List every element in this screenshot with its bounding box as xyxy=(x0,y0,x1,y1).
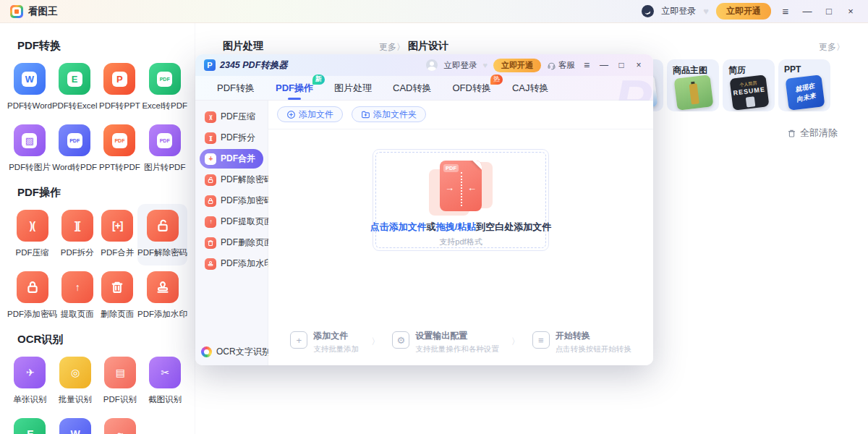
tool-image-to-pdf[interactable]: PDF 图片转PDF xyxy=(142,119,187,180)
tool-delete-pages[interactable]: 删除页面 xyxy=(98,265,138,327)
avatar-icon[interactable] xyxy=(642,5,654,17)
card-thumbnail: 个人简历 RESUME xyxy=(730,75,770,111)
menu-icon[interactable]: ≡ xyxy=(778,5,793,17)
dialog-minimize-icon[interactable]: — xyxy=(598,60,610,70)
nav-pdf-encrypt[interactable]: PDF添加密码 xyxy=(200,191,263,210)
dialog-content: 添加文件 添加文件夹 PDF → xyxy=(268,101,653,365)
close-icon[interactable]: × xyxy=(843,6,858,17)
tool-pdf-unlock[interactable]: PDF解除密码 xyxy=(137,204,187,265)
tool-image-to-word[interactable]: W 图片转Word xyxy=(53,412,98,434)
nav-ocr-text-recognition[interactable]: OCR文字识别 xyxy=(201,346,271,358)
dialog-menu-icon[interactable]: ≡ xyxy=(581,59,592,71)
pdf-to-word-icon: W xyxy=(14,63,46,95)
tool-pdf-to-ppt[interactable]: P PDF转PPT xyxy=(98,57,142,119)
tool-pdf-merge[interactable]: [+] PDF合并 xyxy=(98,204,138,265)
tab-ofd-convert[interactable]: OFD转换热 xyxy=(452,82,490,95)
tool-pdf-split[interactable]: ][ PDF拆分 xyxy=(57,204,98,265)
scissors-icon: ✂ xyxy=(149,357,181,388)
maximize-icon[interactable]: □ xyxy=(822,6,836,17)
tool-pdf-to-image[interactable]: ▨ PDF转图片 xyxy=(7,119,52,180)
image-to-excel-icon: E xyxy=(14,418,46,434)
folder-plus-icon xyxy=(361,110,370,119)
dialog-login-link[interactable]: 立即登录 xyxy=(443,60,477,71)
nav-pdf-merge[interactable]: + PDF合并 xyxy=(200,149,263,169)
ocr-icon xyxy=(201,346,212,357)
tool-pdf-watermark[interactable]: PDF添加水印 xyxy=(137,265,187,327)
design-card-resume[interactable]: 简历 个人简历 RESUME xyxy=(723,59,775,111)
more-link-image-processing[interactable]: 更多〉 xyxy=(379,41,405,54)
dialog-maximize-icon[interactable]: □ xyxy=(616,60,627,70)
dialog-logo-icon: P xyxy=(204,59,216,71)
tool-excel-to-pdf[interactable]: PDF Excel转PDF xyxy=(142,57,187,119)
dialog-upgrade-button[interactable]: 立即开通 xyxy=(493,59,541,72)
tool-image-to-excel[interactable]: E 图片转Excel xyxy=(7,412,53,434)
pdf-to-ppt-icon: P xyxy=(103,63,135,95)
batch-ocr-icon: ◎ xyxy=(59,357,91,388)
tool-image-to-pdf-ocr[interactable]: ~ 图片转PDF xyxy=(98,412,142,434)
tool-screenshot-ocr[interactable]: ✂ 截图识别 xyxy=(142,351,187,412)
stamp-icon xyxy=(205,258,216,270)
tab-caj-convert[interactable]: CAJ转换 xyxy=(512,82,549,95)
step-add-files: + 添加文件 支持批量添加 xyxy=(290,330,359,354)
lock-icon xyxy=(205,195,216,207)
dialog-heart-icon[interactable]: ♥ xyxy=(482,61,488,69)
workflow-steps: + 添加文件 支持批量添加 〉 ⚙ 设置输出配置 支持批量操作和各种设置 xyxy=(268,330,653,354)
trash-icon xyxy=(205,237,216,249)
nav-pdf-unlock[interactable]: PDF解除密码 xyxy=(200,170,263,190)
pdf-to-image-icon: ▨ xyxy=(14,124,46,156)
tool-ppt-to-pdf[interactable]: PDF PPT转PDF xyxy=(98,119,142,180)
tab-cad-convert[interactable]: CAD转换 xyxy=(393,82,431,95)
merge-icon: + xyxy=(205,153,216,165)
dialog-avatar-icon[interactable] xyxy=(426,59,438,71)
section-title-pdf-ops: PDF操作 xyxy=(17,186,195,200)
image-to-word-icon: W xyxy=(59,418,91,434)
document-lines-icon: ≡ xyxy=(532,331,550,349)
dialog-close-icon[interactable]: × xyxy=(633,60,644,70)
tool-pdf-to-excel[interactable]: E PDF转Excel xyxy=(52,57,98,119)
file-plus-icon: + xyxy=(290,331,307,349)
minimize-icon[interactable]: — xyxy=(800,6,814,17)
dialog-title: 2345 PDF转换器 xyxy=(220,59,288,72)
tab-image-processing[interactable]: 图片处理 xyxy=(334,82,372,95)
more-link-image-design[interactable]: 更多〉 xyxy=(819,41,845,54)
tab-pdf-operations[interactable]: PDF操作新 xyxy=(276,82,313,95)
design-card-ppt[interactable]: PPT 就现在 向未来 xyxy=(778,59,830,111)
tool-pdf-encrypt[interactable]: PDF添加密码 xyxy=(7,265,57,327)
nav-pdf-split[interactable]: ][ PDF拆分 xyxy=(200,128,263,148)
upgrade-button[interactable]: 立即开通 xyxy=(716,3,771,20)
pdf-converter-dialog: P 2345 PDF转换器 立即登录 ♥ 立即开通 客服 ≡ — □ × PDF… xyxy=(195,54,653,365)
headset-icon xyxy=(547,61,556,70)
tool-extract-pages[interactable]: ↑ 提取页面 xyxy=(57,265,98,327)
tool-single-ocr[interactable]: ✈ 单张识别 xyxy=(7,351,53,412)
login-link[interactable]: 立即登录 xyxy=(661,5,696,17)
hot-badge: 热 xyxy=(490,75,503,85)
add-folder-button[interactable]: 添加文件夹 xyxy=(352,106,426,122)
tool-batch-ocr[interactable]: ◎ 批量识别 xyxy=(53,351,98,412)
design-card-product[interactable]: 商品主图 xyxy=(667,59,719,111)
panel-title-image-processing: 图片处理 xyxy=(223,40,263,53)
heart-icon[interactable]: ♥ xyxy=(703,6,709,17)
compress-icon: )( xyxy=(205,111,216,123)
nav-pdf-watermark[interactable]: PDF添加水印 xyxy=(200,254,263,273)
image-to-pdf-icon: PDF xyxy=(149,124,181,156)
tool-pdf-to-word[interactable]: W PDF转Word xyxy=(7,57,52,119)
pdf-to-excel-icon: E xyxy=(59,63,90,95)
nav-pdf-extract-pages[interactable]: ↑ PDF提取页面 xyxy=(200,212,263,231)
clear-all-button[interactable]: 全部清除 xyxy=(787,127,838,140)
file-dropzone[interactable]: PDF → ← 点击添加文件或拖拽/粘贴到空白处添加文件 支持pdf格式 xyxy=(373,149,549,251)
panel-title-image-design: 图片设计 xyxy=(408,40,448,53)
gear-icon: ⚙ xyxy=(392,331,409,349)
add-file-button[interactable]: 添加文件 xyxy=(277,106,343,122)
tab-pdf-convert[interactable]: PDF转换 xyxy=(217,82,255,95)
tool-pdf-compress[interactable]: )( PDF压缩 xyxy=(7,204,57,265)
tool-word-to-pdf[interactable]: PDF Word转PDF xyxy=(52,119,98,180)
nav-pdf-compress[interactable]: )( PDF压缩 xyxy=(200,107,263,127)
dialog-support-button[interactable]: 客服 xyxy=(547,60,575,71)
nav-pdf-delete-pages[interactable]: PDF删除页面 xyxy=(200,233,263,252)
app-window: 看图王 立即登录 ♥ 立即开通 ≡ — □ × PDF转换 W PDF转Word… xyxy=(0,0,868,434)
chevron-right-icon: 〉 xyxy=(511,336,520,348)
tool-pdf-ocr[interactable]: ▤ PDF识别 xyxy=(98,351,142,412)
section-title-ocr: OCR识别 xyxy=(17,333,195,346)
grid-pdf-ops: )( PDF压缩 ][ PDF拆分 [+] PDF合并 PDF解除密码 xyxy=(0,204,195,327)
lock-open-icon xyxy=(147,210,179,242)
